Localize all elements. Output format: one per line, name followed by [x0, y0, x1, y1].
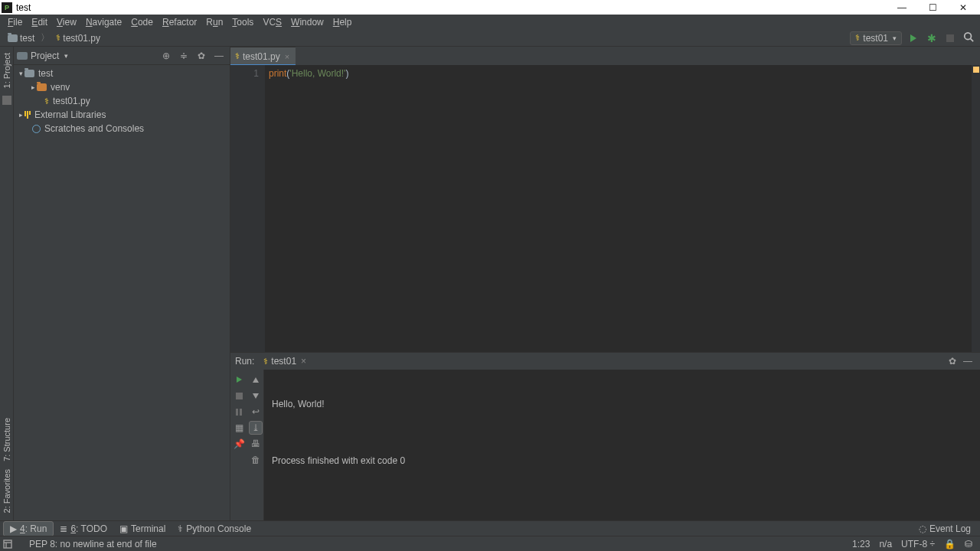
menu-file[interactable]: File: [3, 15, 27, 29]
menu-tools[interactable]: Tools: [227, 15, 258, 29]
run-tab-label: test01: [271, 356, 296, 367]
project-view-selector[interactable]: Project ▾: [17, 51, 158, 61]
pin-button[interactable]: 📌: [232, 437, 246, 451]
project-label: Project: [31, 51, 59, 61]
python-icon: ⚕: [44, 96, 49, 106]
project-tree[interactable]: ▾ test ▸ venv ▸ ⚕ test01.py ▸ External L…: [14, 65, 230, 520]
gutter-structure-button[interactable]: 7: Structure: [2, 415, 12, 465]
chevron-down-icon[interactable]: ▾: [17, 70, 24, 77]
python-icon: ⚕: [178, 523, 183, 534]
breadcrumb-project[interactable]: test: [5, 32, 38, 44]
rerun-button[interactable]: [232, 373, 246, 386]
menu-edit[interactable]: Edit: [27, 15, 52, 29]
stop-run-button[interactable]: [232, 389, 246, 403]
collapse-all-button[interactable]: ≑: [176, 48, 191, 64]
hide-button[interactable]: —: [211, 48, 227, 64]
chevron-down-icon: ▾: [893, 34, 897, 42]
chevron-right-icon[interactable]: ▸: [29, 83, 37, 91]
print-button[interactable]: 🖶: [249, 437, 263, 451]
tree-label: Scratches and Consoles: [44, 123, 144, 134]
breadcrumb-label: test: [20, 33, 34, 44]
editor-tab-label: test01.py: [243, 51, 280, 62]
locate-file-button[interactable]: ⊕: [158, 48, 174, 64]
tree-label: External Libraries: [34, 109, 106, 120]
window-close-button[interactable]: ✕: [948, 0, 978, 15]
chevron-right-icon[interactable]: ▸: [17, 111, 24, 119]
titlebar: P test — ☐ ✕: [0, 0, 980, 15]
run-settings-button[interactable]: ✿: [945, 354, 960, 369]
debug-button[interactable]: ✱: [925, 31, 939, 45]
tree-node-project-root[interactable]: ▾ test: [14, 67, 230, 80]
hide-button[interactable]: —: [960, 354, 975, 369]
toolwindow-python-console-button[interactable]: ⚕Python Console: [172, 522, 257, 536]
window-minimize-button[interactable]: —: [887, 0, 917, 15]
cursor-position[interactable]: 1:23: [848, 539, 874, 549]
event-log-button[interactable]: ◌Event Log: [913, 522, 977, 536]
tree-node-scratches[interactable]: ▸ Scratches and Consoles: [14, 122, 230, 135]
svg-point-0: [965, 33, 972, 40]
layout-button[interactable]: ▦: [232, 421, 246, 435]
tree-label: venv: [51, 82, 70, 93]
toolwindow-run-button[interactable]: ▶4: Run: [3, 521, 54, 536]
menu-view[interactable]: View: [52, 15, 81, 29]
python-icon: ⚕: [56, 33, 60, 43]
inspections-indicator[interactable]: n/a: [874, 539, 897, 549]
down-stack-button[interactable]: [249, 389, 263, 403]
code-content[interactable]: print('Hello, World!'): [265, 65, 750, 352]
run-config-selector[interactable]: ⚕ test01 ▾: [850, 31, 902, 45]
status-message: PEP 8: no newline at end of file: [15, 539, 848, 549]
menu-vcs[interactable]: VCS: [258, 15, 286, 29]
run-console[interactable]: Hello, World! Process finished with exit…: [264, 370, 980, 520]
svg-rect-2: [4, 540, 11, 548]
play-icon: [237, 377, 242, 383]
soft-wrap-button[interactable]: ↩: [249, 405, 263, 419]
tree-node-file[interactable]: ▸ ⚕ test01.py: [14, 94, 230, 108]
library-icon: [24, 111, 31, 119]
search-everywhere-button[interactable]: [962, 31, 975, 45]
menu-window[interactable]: Window: [286, 15, 328, 29]
menu-help[interactable]: Help: [328, 15, 357, 29]
code-editor[interactable]: 1 print('Hello, World!'): [230, 65, 980, 352]
warning-marker[interactable]: [973, 67, 979, 73]
close-tab-button[interactable]: ×: [283, 52, 291, 61]
breadcrumb-file[interactable]: ⚕ test01.py: [53, 32, 103, 44]
stop-button[interactable]: [943, 31, 957, 45]
toolwindow-terminal-button[interactable]: ▣Terminal: [113, 522, 172, 536]
editor-error-stripe[interactable]: [972, 65, 980, 352]
pause-button[interactable]: [232, 405, 246, 419]
app-icon: P: [2, 2, 12, 13]
toggle-tool-windows-button[interactable]: [3, 540, 12, 549]
project-icon: [17, 52, 28, 60]
gutter-project-button[interactable]: 1: Project: [2, 50, 12, 91]
bottom-tool-window-bar: ▶4: Run ≣6: TODO ▣Terminal ⚕Python Conso…: [0, 520, 980, 536]
menu-run[interactable]: Run: [201, 15, 227, 29]
tree-node-external-libraries[interactable]: ▸ External Libraries: [14, 108, 230, 122]
editor-tabstrip: ⚕ test01.py ×: [230, 47, 980, 65]
run-tab[interactable]: ⚕ test01 ×: [260, 355, 309, 367]
console-line: Process finished with exit code 0: [272, 454, 972, 468]
menu-code[interactable]: Code: [126, 15, 158, 29]
bug-icon: ✱: [927, 32, 936, 44]
toolwindow-todo-button[interactable]: ≣6: TODO: [54, 522, 113, 536]
read-only-toggle[interactable]: 🔒: [939, 539, 960, 549]
scroll-to-end-button[interactable]: ⤓: [249, 421, 263, 435]
stop-icon: [946, 34, 954, 42]
gutter-square-button[interactable]: [2, 96, 11, 105]
window-maximize-button[interactable]: ☐: [917, 0, 948, 15]
settings-button[interactable]: ✿: [194, 48, 209, 64]
editor-tab[interactable]: ⚕ test01.py ×: [230, 47, 296, 65]
tree-node-venv[interactable]: ▸ venv: [14, 80, 230, 94]
menu-refactor[interactable]: Refactor: [158, 15, 201, 29]
run-button[interactable]: [906, 31, 920, 45]
memory-indicator[interactable]: ⛁: [960, 539, 977, 549]
file-encoding[interactable]: UTF-8 ÷: [897, 539, 939, 549]
run-toolbar-left1: ▦ 📌: [230, 370, 247, 520]
editor-right-pane: [750, 65, 972, 352]
run-toolbar-left2: ↩ ⤓ 🖶 🗑: [247, 370, 264, 520]
close-tab-button[interactable]: ×: [301, 356, 306, 367]
up-stack-button[interactable]: [249, 373, 263, 386]
clear-all-button[interactable]: 🗑: [249, 453, 263, 467]
menu-navigate[interactable]: Navigate: [81, 15, 126, 29]
gutter-favorites-button[interactable]: 2: Favorites: [2, 466, 12, 516]
run-panel-label: Run:: [235, 356, 254, 367]
